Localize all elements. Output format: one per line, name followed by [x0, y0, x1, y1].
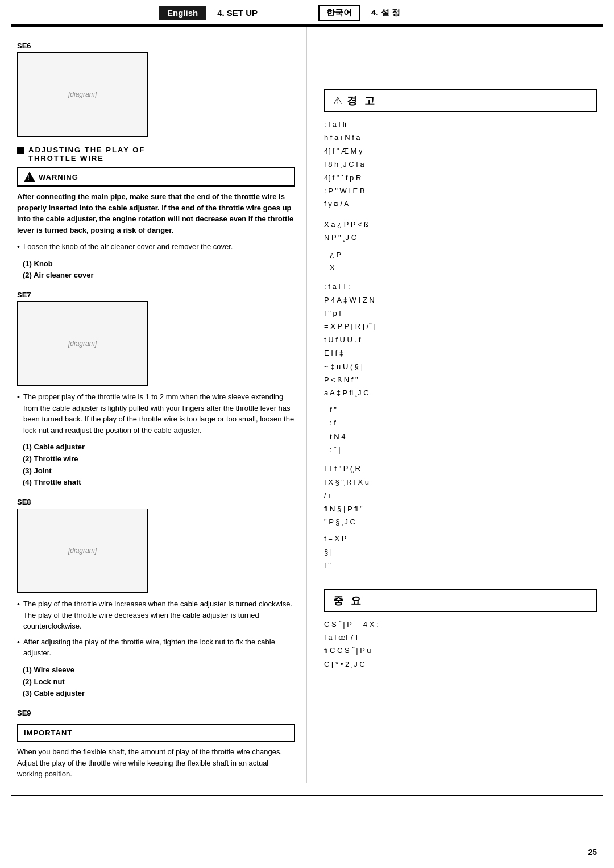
bullet-text-3b: After adjusting the play of the throttle…	[23, 636, 295, 659]
ko-bullet4: f = X P § | f "	[324, 532, 597, 572]
korean-warn-body: : f a I fi h f a ı N f a 4[ f " Æ M y f …	[324, 118, 597, 211]
numbered-label-2c: (3) Joint	[23, 465, 295, 477]
ko-bullet1: X a ¿ P P < ß N P " ˛J C	[324, 218, 597, 245]
se7-diagram: [diagram]	[17, 301, 148, 386]
ko-n2-l1: f "	[330, 403, 597, 416]
bullet-dot-3b: •	[17, 638, 20, 647]
bullet-text-1: Loosen the knob of the air cleaner cover…	[23, 241, 233, 253]
numbered-label-2d: (4) Throttle shaft	[23, 477, 295, 489]
right-col-inner: ⚠ 경 고 : f a I fi h f a ı N f a 4[ f " Æ …	[318, 27, 603, 671]
ko-b4-l2: § |	[324, 545, 597, 559]
adjusting-title: ADJUSTING THE PLAY OF	[28, 146, 145, 154]
ko-b3-l3: / ı	[324, 489, 597, 502]
bullet-section-1: • Loosen the knob of the air cleaner cov…	[17, 241, 295, 253]
warning-body: After connecting the main pipe, make sur…	[17, 191, 295, 235]
ko-n3-l3: fi C C S ˝ | P u	[324, 644, 597, 657]
left-col-inner: SE6 [diagram] ADJUSTING THE PLAY OF THRO…	[11, 27, 301, 780]
numbered-label-3b: (2) Lock nut	[23, 676, 295, 688]
ko-bullet3: I T f " P (˛R I X § "˛R I X u / ı fi N §…	[324, 462, 597, 528]
ko-n3-l4: C [ * • 2 ˛J C	[324, 658, 597, 671]
ko-numbered2: f " : f t N 4 : ˝ |	[330, 403, 597, 457]
se6-diagram: [diagram]	[17, 52, 148, 137]
se8-diagram-label: [diagram]	[68, 547, 97, 555]
bullet-text-3a: The play of the throttle wire increases …	[23, 598, 295, 632]
warning-label: WARNING	[39, 173, 78, 181]
ko-b1-l1: X a ¿ P P < ß	[324, 218, 597, 231]
numbered-label-2b: (2) Throttle wire	[23, 453, 295, 465]
ko-b2-l3: f " p f	[324, 307, 597, 320]
numbered-label-2a: (1) Cable adjuster	[23, 441, 295, 453]
ko-numbered1: ¿ P X	[330, 248, 597, 275]
se9-label: SE9	[17, 709, 31, 717]
ko-n1-l1: ¿ P	[330, 248, 597, 261]
numbered-label-1b: (2) Air cleaner cover	[23, 270, 295, 282]
page-number: 25	[588, 848, 597, 857]
ko-bullet2: : f a I T : P 4 A ‡ W I Z N f " p f = X …	[324, 280, 597, 400]
korean-important-label: 중 요	[333, 594, 363, 607]
right-column: ⚠ 경 고 : f a I fi h f a ı N f a 4[ f " Æ …	[307, 27, 603, 783]
korean-important-box: 중 요	[324, 589, 597, 612]
ko-b2-l9: a A ‡ P fi ˛J C	[324, 386, 597, 399]
numbered-labels-2: (1) Cable adjuster (2) Throttle wire (3)…	[23, 441, 295, 489]
ko-b2-l7: ~ ‡ u U ( § |	[324, 360, 597, 373]
se8-diagram: [diagram]	[17, 509, 148, 593]
ko-line1: : f a I fi	[324, 118, 597, 131]
se8-label: SE8	[17, 498, 31, 506]
ko-b3-l1: I T f " P (˛R	[324, 462, 597, 475]
numbered-labels-3: (1) Wire sleeve (2) Lock nut (3) Cable a…	[23, 664, 295, 700]
ko-line4: f 8 h ˛J C f a	[324, 158, 597, 171]
ko-n2-l4: : ˝ |	[330, 443, 597, 456]
se9-row: SE9	[17, 704, 295, 720]
important-body: When you bend the flexible shaft, the am…	[17, 746, 295, 780]
ko-b2-l5: t U f U U . f	[324, 333, 597, 346]
ko-n3-l1: C S ˝ | P — 4 X :	[324, 618, 597, 631]
ko-n3-l2: f a I œf 7 I	[324, 631, 597, 644]
section-title-left: 4. SET UP	[217, 8, 258, 18]
bullet-section-2: • The proper play of the throttle wire i…	[17, 391, 295, 436]
adjusting-title-block: ADJUSTING THE PLAY OF THROTTLE WIRE	[28, 146, 145, 163]
page-container: English 4. SET UP 한국어 4. 설 정 SE6 [diagra…	[0, 0, 614, 868]
ko-n1-l2: X	[330, 261, 597, 274]
adjusting-subtitle: THROTTLE WIRE	[28, 154, 145, 163]
ko-line7: f y ¤ / A	[324, 197, 597, 210]
se6-row: SE6 [diagram]	[17, 37, 295, 137]
bullet-section-3: • The play of the throttle wire increase…	[17, 598, 295, 659]
ko-b4-l1: f = X P	[324, 532, 597, 545]
se6-label: SE6	[17, 42, 31, 50]
ko-b3-l2: I X § "˛R I X u	[324, 476, 597, 489]
ko-b3-l4: fi N § | P fi "	[324, 502, 597, 515]
bullet-dot-2: •	[17, 392, 20, 402]
section-title-right: 4. 설 정	[371, 7, 400, 18]
ko-b4-l3: f "	[324, 559, 597, 572]
ko-b2-l6: E I f ‡	[324, 346, 597, 359]
ko-important-body: C S ˝ | P — 4 X : f a I œf 7 I fi C C S …	[324, 618, 597, 671]
header-right: 한국어 4. 설 정	[307, 5, 603, 21]
warning-box: WARNING	[17, 167, 295, 187]
se6-diagram-label: [diagram]	[68, 90, 97, 98]
se8-row: SE8 [diagram]	[17, 493, 295, 593]
se7-row: SE7 [diagram]	[17, 286, 295, 386]
ko-n2-l3: t N 4	[330, 430, 597, 443]
numbered-label-1a: (1) Knob	[23, 258, 295, 270]
warning-triangle-icon	[24, 172, 35, 182]
adjusting-header: ADJUSTING THE PLAY OF THROTTLE WIRE	[17, 146, 295, 163]
bullet-item-3b: • After adjusting the play of the thrott…	[17, 636, 295, 659]
ko-b2-l4: = X P P [ R | /˝ [	[324, 320, 597, 333]
footer-divider	[11, 795, 603, 796]
bullet-item-1: • Loosen the knob of the air cleaner cov…	[17, 241, 295, 253]
ko-b1-l2: N P " ˛J C	[324, 231, 597, 244]
ko-line6: : P " W I E B	[324, 184, 597, 197]
se7-diagram-label: [diagram]	[68, 340, 97, 348]
ko-b2-l8: P < ß N f "	[324, 373, 597, 386]
numbered-label-3c: (3) Cable adjuster	[23, 688, 295, 700]
ko-b3-l5: " P § ˛J C	[324, 515, 597, 528]
ko-b2-l2: P 4 A ‡ W I Z N	[324, 294, 597, 307]
header: English 4. SET UP 한국어 4. 설 정	[11, 0, 603, 26]
ko-line3: 4[ f " Æ M y	[324, 144, 597, 158]
header-left: English 4. SET UP	[11, 5, 307, 21]
black-square-icon	[17, 147, 24, 154]
numbered-label-3a: (1) Wire sleeve	[23, 664, 295, 676]
numbered-labels-1: (1) Knob (2) Air cleaner cover	[23, 258, 295, 282]
main-content: SE6 [diagram] ADJUSTING THE PLAY OF THRO…	[11, 27, 603, 783]
bullet-item-3a: • The play of the throttle wire increase…	[17, 598, 295, 632]
